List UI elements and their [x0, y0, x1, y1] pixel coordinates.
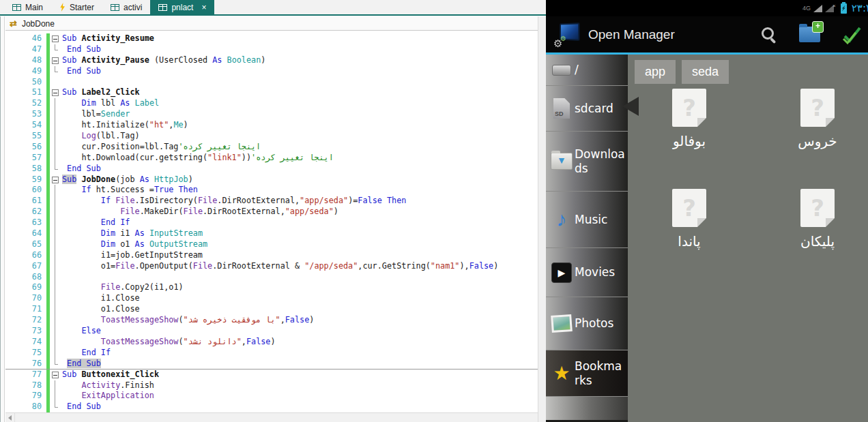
fold-guide	[50, 142, 62, 153]
token	[62, 239, 101, 249]
fold-guide	[50, 44, 62, 55]
code-line-76[interactable]: 76 End Sub	[5, 359, 538, 370]
tab-pnlact[interactable]: pnlact×	[150, 0, 214, 14]
token: Log	[81, 131, 96, 140]
token: End Sub	[67, 359, 101, 368]
code-line-64[interactable]: 64 Dim i1 As InputStream	[5, 228, 538, 239]
token: )	[270, 337, 275, 346]
token: If	[101, 196, 111, 205]
fold-collapse-icon[interactable]	[50, 55, 62, 66]
code-line-55[interactable]: 55 Log(lbl.Tag)	[5, 131, 538, 142]
sidebar-item-photos[interactable]: Photos	[546, 297, 628, 350]
code-line-54[interactable]: 54 ht.Initialize("ht",Me)	[5, 120, 538, 131]
code-editor[interactable]: 46Sub Activity_Resume47 End Sub48Sub Act…	[5, 31, 538, 412]
sidebar-item-partial[interactable]	[546, 397, 628, 420]
fold-guide	[50, 66, 62, 77]
token: )	[309, 315, 314, 325]
fold-collapse-icon[interactable]	[50, 370, 62, 380]
line-number: 71	[5, 304, 46, 315]
code-line-47[interactable]: 47 End Sub	[5, 44, 538, 55]
code-line-68[interactable]: 68	[5, 272, 538, 283]
code-line-70[interactable]: 70 i1.Close	[5, 293, 538, 304]
close-icon[interactable]: ×	[201, 3, 206, 12]
code-line-60[interactable]: 60 If ht.Success =True Then	[5, 185, 538, 196]
fold-guide	[50, 380, 62, 391]
tab-label: activi	[124, 3, 142, 12]
code-line-77[interactable]: 77Sub Buttonexit_Click	[5, 370, 538, 380]
unknown-file-icon	[672, 89, 706, 127]
code-text: Else	[62, 326, 101, 337]
sidebar-item-downloads[interactable]: Downloads	[546, 132, 628, 192]
code-line-49[interactable]: 49 End Sub	[5, 66, 538, 77]
code-line-71[interactable]: 71 o1.Close	[5, 304, 538, 315]
fold-collapse-icon[interactable]	[50, 87, 62, 98]
file-item[interactable]: پاندا	[631, 189, 747, 250]
token	[62, 380, 81, 390]
file-item[interactable]: بوفالو	[631, 89, 747, 149]
fold-collapse-icon[interactable]	[50, 175, 62, 185]
code-line-73[interactable]: 73 Else	[5, 326, 538, 337]
token: End If	[81, 348, 111, 357]
token: "با موفقیت ذخیره شد"	[184, 315, 280, 325]
code-line-53[interactable]: 53 lbl=Sender	[5, 109, 538, 120]
code-line-78[interactable]: 78 Activity.Finish	[5, 380, 538, 391]
code-line-69[interactable]: 69 File.Copy2(i1,o1)	[5, 282, 538, 293]
horizontal-scrollbar[interactable]	[5, 412, 538, 422]
code-line-79[interactable]: 79 ExitApplication	[5, 391, 538, 402]
token: JobDone	[81, 175, 115, 184]
sidebar-item-[interactable]: /	[546, 55, 628, 86]
code-line-67[interactable]: 67 o1=File.OpenOutput(File.DirRootExtern…	[5, 261, 538, 272]
token	[382, 196, 387, 205]
code-text: End If	[62, 217, 130, 228]
code-text: End Sub	[62, 44, 101, 55]
line-number: 63	[5, 217, 46, 228]
code-line-74[interactable]: 74 ToastMessageShow("دانلود نشد",False)	[5, 337, 538, 348]
code-line-75[interactable]: 75 End If	[5, 348, 538, 359]
file-item[interactable]: خروس	[760, 89, 868, 149]
sync-done-icon[interactable]	[842, 25, 861, 44]
code-line-72[interactable]: 72 ToastMessageShow("با موفقیت ذخیره شد"…	[5, 315, 538, 326]
sidebar-item-bookmarks[interactable]: Bookmarks	[546, 350, 628, 397]
signal-icon	[813, 5, 822, 12]
search-icon[interactable]	[760, 25, 779, 44]
tab-Starter[interactable]: Starter	[51, 0, 102, 14]
sidebar-item-sdcard[interactable]: sdcard	[546, 86, 628, 132]
app-title: Open Manager	[588, 27, 675, 42]
code-line-50[interactable]: 50	[5, 77, 538, 88]
sidebar-item-movies[interactable]: Movies	[546, 248, 628, 297]
code-line-63[interactable]: 63 End If	[5, 217, 538, 228]
token: False	[285, 315, 310, 325]
add-folder-icon[interactable]	[799, 27, 820, 42]
tab-activi[interactable]: activi	[102, 0, 150, 14]
token: lbl	[96, 98, 121, 108]
code-line-51[interactable]: 51Sub Label2_Click	[5, 87, 538, 98]
code-line-48[interactable]: 48Sub Activity_Pause (UserClosed As Bool…	[5, 55, 538, 66]
token: Dim	[101, 228, 115, 238]
code-line-57[interactable]: 57 ht.Download(cur.getstring("link1"))'ا…	[5, 153, 538, 164]
scroll-left-button[interactable]	[5, 413, 15, 422]
tab-Main[interactable]: Main	[4, 0, 51, 14]
token	[130, 98, 134, 108]
breadcrumb-seda[interactable]: seda	[682, 60, 729, 84]
sub-navigator-bar[interactable]: ⇄ JobDone	[5, 17, 538, 31]
vertical-scrollbar[interactable]	[538, 16, 546, 422]
code-line-61[interactable]: 61 If File.IsDirectory(File.DirRootExter…	[5, 196, 538, 207]
code-line-65[interactable]: 65 Dim o1 As OutputStream	[5, 239, 538, 250]
sidebar-item-music[interactable]: Music	[546, 192, 628, 248]
code-line-66[interactable]: 66 i1=job.GetInputStream	[5, 250, 538, 261]
code-line-62[interactable]: 62 File.MakeDir(File.DirRootExternal,"ap…	[5, 207, 538, 217]
code-line-59[interactable]: 59Sub JobDone(job As HttpJob)	[5, 175, 538, 185]
fold-collapse-icon[interactable]	[50, 33, 62, 44]
code-line-46[interactable]: 46Sub Activity_Resume	[5, 33, 538, 44]
code-line-58[interactable]: 58 End Sub	[5, 164, 538, 175]
breadcrumb-app[interactable]: app	[635, 60, 676, 84]
code-line-52[interactable]: 52 Dim lbl As Label	[5, 98, 538, 109]
code-line-56[interactable]: 56 cur.Position=lbl.Tag'اینجا تغییر کرده	[5, 142, 538, 153]
token: .Finish	[120, 380, 154, 390]
fold-guide	[50, 185, 62, 196]
file-item[interactable]: پلیکان	[760, 189, 868, 250]
code-line-80[interactable]: 80 End Sub	[5, 402, 538, 412]
token: ToastMessageShow	[101, 337, 179, 346]
line-number: 74	[5, 337, 46, 348]
music-icon	[549, 209, 575, 230]
